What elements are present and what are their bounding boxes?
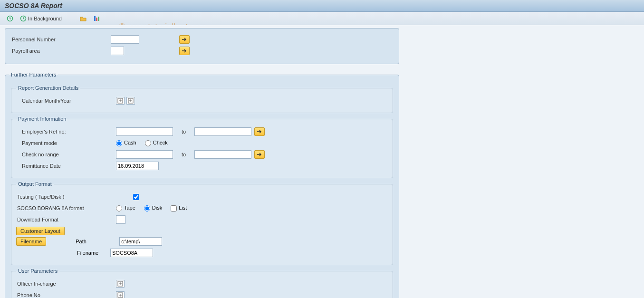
check-range-label: Check no range bbox=[16, 152, 116, 157]
content-area: Personnel Number Payroll area Further Pa… bbox=[0, 25, 644, 298]
arrow-right-icon bbox=[257, 152, 262, 157]
employer-ref-label: Employer's Ref no: bbox=[16, 129, 116, 135]
filename-input[interactable] bbox=[110, 249, 153, 257]
remittance-date-label: Remittance Date bbox=[16, 163, 116, 169]
tape-option[interactable]: Tape bbox=[116, 205, 135, 211]
calendar-year-f4[interactable] bbox=[126, 97, 135, 105]
app-toolbar: In Background bbox=[0, 12, 644, 25]
phone-label: Phone No bbox=[16, 292, 116, 298]
list-checkbox[interactable] bbox=[171, 205, 177, 211]
personnel-number-multi-button[interactable] bbox=[179, 35, 190, 44]
clock-bg-icon bbox=[20, 15, 27, 22]
testing-checkbox[interactable] bbox=[133, 194, 139, 200]
payment-information-legend: Payment Information bbox=[16, 116, 68, 122]
arrow-right-icon bbox=[182, 37, 187, 42]
f4-help-icon bbox=[117, 292, 123, 298]
svg-rect-3 bbox=[96, 18, 97, 21]
officer-label: Officer In-charge bbox=[16, 281, 116, 287]
output-format-legend: Output Format bbox=[16, 181, 54, 187]
cash-label: Cash bbox=[124, 140, 136, 145]
borang-format-label: SOCSO BORANG 8A format bbox=[16, 205, 116, 211]
employer-ref-from-input[interactable] bbox=[116, 127, 173, 136]
arrow-right-icon bbox=[257, 129, 262, 134]
f4-help-icon bbox=[128, 98, 134, 104]
remittance-date-input[interactable] bbox=[116, 162, 159, 170]
tape-label: Tape bbox=[124, 205, 135, 211]
clock-execute-icon bbox=[7, 15, 13, 22]
report-generation-group: Report Generation Details Calendar Month… bbox=[11, 85, 393, 113]
org-structure-button[interactable] bbox=[91, 14, 102, 23]
payment-mode-check-option[interactable]: Check bbox=[145, 140, 168, 146]
employer-ref-to-input[interactable] bbox=[194, 127, 251, 136]
user-parameters-legend: User Parameters bbox=[16, 268, 59, 274]
download-format-label: Download Format bbox=[16, 217, 116, 222]
check-range-to-label: to bbox=[182, 152, 186, 157]
list-label: List bbox=[179, 205, 187, 211]
check-range-from-input[interactable] bbox=[116, 150, 173, 159]
personnel-number-input[interactable] bbox=[111, 35, 139, 44]
payroll-area-input[interactable] bbox=[111, 47, 124, 55]
calendar-month-year-label: Calendar Month/Year bbox=[16, 98, 116, 104]
selection-group: Personnel Number Payroll area bbox=[5, 28, 399, 64]
check-label: Check bbox=[153, 140, 168, 145]
filename-label: Filename bbox=[77, 250, 110, 256]
payment-information-group: Payment Information Employer's Ref no: t… bbox=[11, 116, 393, 178]
further-parameters-legend: Further Parameters bbox=[9, 72, 58, 77]
calendar-month-f4[interactable] bbox=[116, 97, 125, 105]
get-variant-button[interactable] bbox=[78, 14, 88, 23]
payroll-area-label: Payroll area bbox=[11, 48, 111, 54]
payment-mode-cash-option[interactable]: Cash bbox=[116, 140, 136, 146]
payment-mode-check-radio[interactable] bbox=[145, 140, 151, 146]
payroll-area-multi-button[interactable] bbox=[179, 47, 190, 55]
svg-rect-4 bbox=[98, 17, 99, 21]
check-range-to-input[interactable] bbox=[194, 150, 251, 159]
execute-button[interactable] bbox=[5, 14, 15, 23]
employer-ref-to-label: to bbox=[182, 129, 186, 135]
download-format-input[interactable] bbox=[116, 215, 125, 224]
check-range-multi-button[interactable] bbox=[254, 150, 265, 159]
path-label: Path bbox=[76, 239, 109, 244]
f4-help-icon bbox=[117, 281, 123, 287]
report-generation-legend: Report Generation Details bbox=[16, 85, 80, 91]
disk-option[interactable]: Disk bbox=[144, 205, 162, 211]
window-title: SOCSO 8A Report bbox=[0, 0, 644, 12]
phone-f4[interactable] bbox=[116, 291, 125, 298]
background-label: In Background bbox=[28, 16, 62, 21]
employer-ref-multi-button[interactable] bbox=[254, 127, 265, 136]
f4-help-icon bbox=[117, 98, 123, 104]
output-format-group: Output Format Testing ( Tape/Disk ) SOCS… bbox=[11, 181, 393, 265]
path-input[interactable] bbox=[119, 237, 162, 246]
filename-button[interactable]: Filename bbox=[16, 237, 46, 246]
background-button[interactable]: In Background bbox=[18, 14, 64, 23]
folder-open-icon bbox=[80, 15, 87, 22]
svg-rect-2 bbox=[94, 16, 96, 21]
payment-mode-cash-radio[interactable] bbox=[116, 140, 122, 146]
list-option[interactable]: List bbox=[171, 205, 187, 211]
testing-label: Testing ( Tape/Disk ) bbox=[16, 194, 133, 200]
arrow-right-icon bbox=[182, 48, 187, 53]
payment-mode-label: Payment mode bbox=[16, 140, 116, 146]
user-parameters-group: User Parameters Officer In-charge Phone … bbox=[11, 268, 393, 298]
personnel-number-label: Personnel Number bbox=[11, 37, 111, 42]
disk-label: Disk bbox=[152, 205, 162, 211]
tape-radio[interactable] bbox=[116, 205, 122, 211]
customer-layout-button[interactable]: Customer Layout bbox=[16, 227, 65, 235]
further-parameters-group: Further Parameters Report Generation Det… bbox=[5, 72, 399, 298]
bars-icon bbox=[93, 15, 100, 22]
officer-f4[interactable] bbox=[116, 280, 125, 288]
disk-radio[interactable] bbox=[144, 205, 150, 211]
